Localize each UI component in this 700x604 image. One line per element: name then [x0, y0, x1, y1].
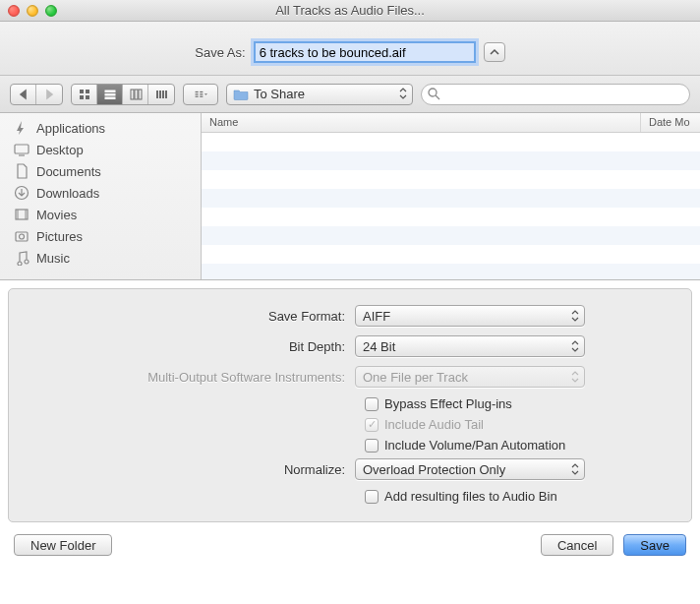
include-tail-label: Include Audio Tail — [384, 417, 484, 432]
titlebar: All Tracks as Audio Files... — [0, 0, 700, 22]
svg-rect-0 — [80, 90, 84, 93]
svg-rect-28 — [16, 232, 28, 241]
sidebar-item-applications[interactable]: Applications — [0, 117, 201, 139]
file-list-header: Name Date Mo — [202, 113, 700, 133]
save-as-label: Save As: — [195, 45, 245, 60]
sidebar-item-label: Desktop — [36, 143, 84, 157]
view-mode-switch — [71, 84, 175, 105]
save-button[interactable]: Save — [623, 534, 686, 556]
normalize-popup[interactable]: Overload Protection Only — [355, 458, 585, 480]
svg-rect-3 — [86, 95, 89, 99]
pictures-icon — [14, 228, 29, 244]
svg-rect-8 — [135, 90, 138, 99]
sidebar-item-music[interactable]: Music — [0, 247, 201, 269]
arrange-icon — [194, 88, 207, 101]
svg-rect-16 — [196, 95, 199, 96]
export-options-panel: Save Format: AIFF Bit Depth: 24 Bit Mult… — [8, 288, 692, 522]
cancel-button[interactable]: Cancel — [541, 534, 613, 556]
view-icons-button[interactable] — [72, 85, 97, 104]
updown-arrows-icon — [399, 87, 407, 103]
bypass-checkbox[interactable] — [365, 397, 379, 411]
expand-collapse-button[interactable] — [484, 42, 505, 62]
sidebar-item-label: Music — [36, 251, 70, 266]
volpan-checkbox[interactable] — [365, 439, 379, 453]
search-input[interactable] — [444, 88, 683, 101]
music-icon — [14, 250, 29, 266]
normalize-label: Normalize: — [30, 462, 355, 477]
sidebar: Applications Desktop Documents Downloads… — [0, 113, 202, 279]
svg-rect-10 — [156, 91, 158, 98]
multi-output-value: One File per Track — [363, 370, 468, 385]
sidebar-item-documents[interactable]: Documents — [0, 160, 201, 182]
sidebar-item-label: Applications — [36, 121, 105, 136]
sidebar-item-label: Documents — [36, 164, 101, 179]
desktop-icon — [14, 142, 29, 157]
bit-depth-label: Bit Depth: — [30, 339, 355, 354]
search-icon — [428, 88, 440, 100]
updown-arrows-icon — [571, 370, 579, 387]
grid-icon — [78, 88, 91, 101]
svg-rect-1 — [86, 90, 89, 93]
sidebar-item-desktop[interactable]: Desktop — [0, 139, 201, 160]
updown-arrows-icon — [571, 309, 579, 326]
multi-output-label: Multi-Output Software Instruments: — [30, 370, 355, 385]
nav-back-button[interactable] — [11, 85, 36, 104]
dialog-footer: New Folder Cancel Save — [0, 530, 700, 570]
svg-rect-6 — [105, 97, 115, 99]
bit-depth-popup[interactable]: 24 Bit — [355, 335, 585, 357]
sidebar-item-label: Movies — [36, 208, 77, 222]
file-list-body[interactable] — [202, 133, 700, 279]
svg-rect-15 — [196, 93, 199, 94]
svg-rect-19 — [200, 95, 203, 96]
sidebar-item-label: Pictures — [36, 229, 83, 244]
svg-rect-17 — [200, 91, 203, 91]
save-format-popup[interactable]: AIFF — [355, 305, 585, 327]
movies-icon — [14, 207, 29, 222]
sidebar-item-movies[interactable]: Movies — [0, 204, 201, 225]
folder-icon — [233, 88, 249, 100]
svg-point-29 — [20, 234, 25, 239]
new-folder-button[interactable]: New Folder — [14, 534, 112, 556]
sidebar-item-label: Downloads — [36, 186, 99, 201]
save-format-label: Save Format: — [30, 309, 355, 324]
sidebar-item-pictures[interactable]: Pictures — [0, 225, 201, 247]
multi-output-popup: One File per Track — [355, 366, 585, 388]
file-list-pane: Name Date Mo — [202, 113, 700, 279]
view-columns-button[interactable] — [123, 85, 148, 104]
nav-back-forward — [10, 84, 63, 105]
bit-depth-value: 24 Bit — [363, 339, 395, 354]
browser-toolbar: To Share — [0, 76, 700, 113]
list-icon — [103, 88, 117, 101]
svg-point-20 — [429, 89, 437, 96]
svg-rect-12 — [162, 91, 164, 98]
volpan-label: Include Volume/Pan Automation — [384, 438, 565, 453]
updown-arrows-icon — [571, 462, 579, 479]
triangle-left-icon — [17, 88, 30, 101]
file-browser: Applications Desktop Documents Downloads… — [0, 113, 700, 280]
svg-line-21 — [436, 95, 439, 99]
add-to-bin-checkbox[interactable] — [365, 490, 379, 504]
svg-rect-4 — [105, 91, 115, 92]
search-field[interactable] — [421, 84, 690, 105]
column-date[interactable]: Date Mo — [641, 113, 700, 132]
save-as-input[interactable] — [254, 41, 476, 63]
sidebar-item-downloads[interactable]: Downloads — [0, 182, 201, 204]
add-to-bin-label: Add resulting files to Audio Bin — [384, 489, 557, 504]
include-tail-checkbox — [365, 418, 379, 432]
documents-icon — [14, 163, 29, 179]
window-title: All Tracks as Audio Files... — [0, 3, 700, 18]
bypass-label: Bypass Effect Plug-ins — [384, 396, 512, 411]
svg-rect-9 — [139, 90, 142, 99]
location-label: To Share — [254, 87, 305, 101]
view-coverflow-button[interactable] — [148, 85, 174, 104]
column-name[interactable]: Name — [202, 113, 641, 132]
triangle-right-icon — [42, 88, 56, 101]
location-popup[interactable]: To Share — [226, 84, 413, 105]
svg-rect-13 — [165, 91, 167, 98]
view-list-button[interactable] — [97, 85, 123, 104]
normalize-value: Overload Protection Only — [363, 462, 505, 477]
save-as-row: Save As: — [0, 22, 700, 76]
nav-forward-button[interactable] — [36, 85, 62, 104]
arrange-menu[interactable] — [183, 84, 218, 105]
downloads-icon — [14, 185, 29, 201]
